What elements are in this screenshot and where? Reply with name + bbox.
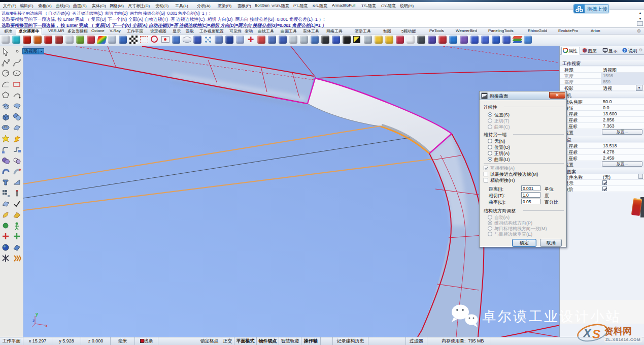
- svg-text:x: x: [45, 323, 48, 328]
- svg-text:y: y: [36, 311, 38, 317]
- svg-text:X: X: [582, 326, 592, 340]
- svg-text:S: S: [592, 327, 600, 341]
- svg-text:z: z: [32, 318, 35, 323]
- svg-text:ZL.XS1616.COM: ZL.XS1616.COM: [605, 337, 640, 342]
- svg-text:?: ?: [624, 49, 626, 52]
- svg-text:资料网: 资料网: [604, 326, 632, 336]
